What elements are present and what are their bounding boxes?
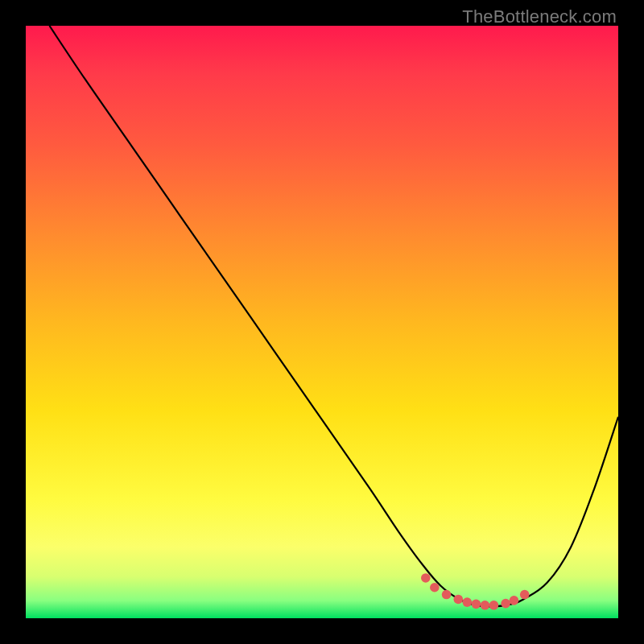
highlight-dot	[472, 600, 481, 609]
highlight-dot	[421, 573, 431, 583]
bottleneck-curve	[49, 26, 618, 606]
highlight-dot	[463, 597, 473, 607]
highlight-dot	[481, 601, 490, 610]
highlight-dot	[442, 590, 452, 600]
highlight-dot	[430, 583, 440, 592]
watermark-text: TheBottleneck.com	[462, 6, 617, 27]
highlight-dot	[520, 590, 530, 600]
highlight-dots-group	[421, 573, 530, 609]
highlight-dot	[510, 596, 519, 605]
highlight-dot	[501, 599, 510, 609]
curve-svg	[26, 26, 618, 618]
plot-area	[26, 26, 618, 618]
highlight-dot	[453, 595, 463, 605]
highlight-dot	[489, 601, 499, 610]
chart-container: TheBottleneck.com	[0, 0, 644, 644]
